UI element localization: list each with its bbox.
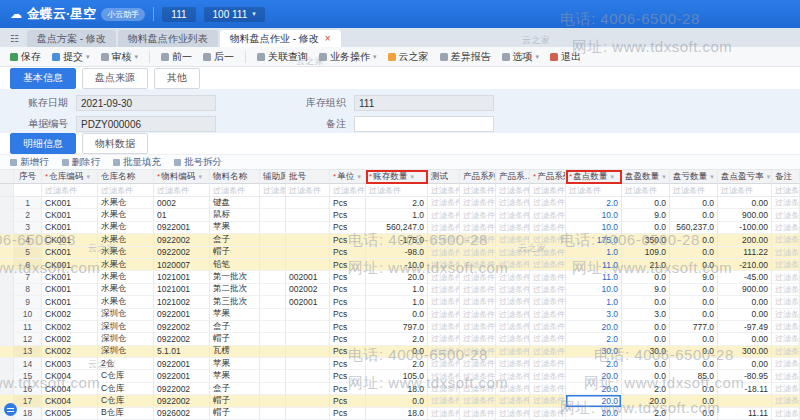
- cell-series1[interactable]: 过滤条件: [460, 284, 496, 296]
- cell-note[interactable]: 过滤条件: [772, 234, 800, 246]
- cell-wh_name[interactable]: 深圳仓: [98, 333, 154, 345]
- cell-loss_qty[interactable]: 0.0: [670, 296, 718, 308]
- select-all-cell[interactable]: [0, 170, 14, 184]
- cell-rate[interactable]: -18.11: [718, 383, 772, 395]
- cell-loss_qty[interactable]: 9.0: [670, 271, 718, 283]
- cell-rate[interactable]: 0.00: [718, 333, 772, 345]
- cell-gain_qty[interactable]: 3.0: [622, 309, 670, 321]
- cell-test[interactable]: 过滤条件: [428, 271, 460, 283]
- table-row[interactable]: 6CK001水果仓1020007铅笔Pcs-10.0过滤条件过滤条件过滤条件过滤…: [0, 259, 800, 271]
- cell-wh_code[interactable]: CK001: [42, 234, 98, 246]
- cell-mat_code[interactable]: 1020007: [154, 259, 210, 271]
- cell-wh_name[interactable]: 水果仓: [98, 209, 154, 221]
- filter-gain_qty[interactable]: 过滤条件: [622, 184, 670, 197]
- cell-aux[interactable]: [260, 333, 286, 345]
- filter-loss_qty[interactable]: 过滤条件: [670, 184, 718, 197]
- cell-series2[interactable]: 过滤条件: [496, 259, 530, 271]
- cell-note[interactable]: 过滤条件: [772, 247, 800, 259]
- cell-series1[interactable]: 过滤条件: [460, 271, 496, 283]
- cell-gain_qty[interactable]: 2.0: [622, 383, 670, 395]
- cell-batch[interactable]: [286, 408, 330, 420]
- cell-loss_qty[interactable]: 0.0: [670, 259, 718, 271]
- cell-unit[interactable]: Pcs: [330, 333, 366, 345]
- cell-test[interactable]: 过滤条件: [428, 197, 460, 209]
- cell-unit[interactable]: Pcs: [330, 383, 366, 395]
- row-selector[interactable]: [0, 234, 14, 246]
- audit-button[interactable]: 审核▾: [101, 50, 139, 64]
- cell-count_qty[interactable]: 10.0: [566, 209, 622, 221]
- cell-test[interactable]: 过滤条件: [428, 333, 460, 345]
- cell-wh_code[interactable]: CK002: [42, 333, 98, 345]
- cell-unit[interactable]: Pcs: [330, 309, 366, 321]
- cell-mat_code[interactable]: 0002: [154, 197, 210, 209]
- cell-mat_code[interactable]: 0922001: [154, 370, 210, 382]
- cell-wh_name[interactable]: 水果仓: [98, 296, 154, 308]
- cell-rate[interactable]: 0.00: [718, 296, 772, 308]
- cell-rate[interactable]: -45.00: [718, 271, 772, 283]
- cell-count_qty[interactable]: 2.0: [566, 197, 622, 209]
- cell-aux[interactable]: [260, 296, 286, 308]
- cell-series1[interactable]: 过滤条件: [460, 309, 496, 321]
- cell-batch[interactable]: [286, 309, 330, 321]
- col-header-loss_qty[interactable]: 盘亏数量▼: [670, 170, 718, 184]
- cell-count_qty[interactable]: 2.0: [566, 358, 622, 370]
- cell-note[interactable]: 过滤条件: [772, 358, 800, 370]
- cell-rate[interactable]: 11.11: [718, 408, 772, 420]
- tab-counting-job-edit[interactable]: 物料盘点作业 - 修改×: [220, 30, 341, 47]
- home-icon[interactable]: ☷: [4, 33, 25, 47]
- cell-series2[interactable]: 过滤条件: [496, 197, 530, 209]
- row-selector[interactable]: [0, 296, 14, 308]
- cell-gain_qty[interactable]: 9.0: [622, 209, 670, 221]
- delete-row-button[interactable]: 删除行: [62, 156, 101, 169]
- close-icon[interactable]: ×: [325, 34, 331, 44]
- cell-batch[interactable]: [286, 222, 330, 234]
- cell-rate[interactable]: 0.00: [718, 358, 772, 370]
- section-tab-count-source[interactable]: 盘点来源: [82, 68, 148, 89]
- stock-org-input[interactable]: 111: [354, 95, 494, 111]
- cell-note[interactable]: 过滤条件: [772, 197, 800, 209]
- col-header-wh_code[interactable]: *仓库编码▼: [42, 170, 98, 184]
- cell-series1[interactable]: 过滤条件: [460, 296, 496, 308]
- cell-test[interactable]: 过滤条件: [428, 408, 460, 420]
- cell-note[interactable]: 过滤条件: [772, 370, 800, 382]
- cell-note[interactable]: 过滤条件: [772, 395, 800, 407]
- batch-fill-button[interactable]: 批量填充: [113, 156, 161, 169]
- cell-note[interactable]: 过滤条件: [772, 309, 800, 321]
- cloud-assistant-badge[interactable]: 小云助手: [101, 8, 145, 21]
- cell-series1[interactable]: 过滤条件: [460, 358, 496, 370]
- account-pill[interactable]: 100 111▾: [204, 7, 265, 22]
- cell-series3[interactable]: 过滤条件: [530, 370, 566, 382]
- filter-series3[interactable]: 过滤条件: [530, 184, 566, 197]
- cell-wh_name[interactable]: C仓库: [98, 383, 154, 395]
- cell-count_qty[interactable]: 3.0: [566, 309, 622, 321]
- cell-batch[interactable]: [286, 321, 330, 333]
- cell-mat_name[interactable]: 铅笔: [210, 259, 260, 271]
- cell-aux[interactable]: [260, 346, 286, 358]
- cell-gain_qty[interactable]: 0.0: [622, 370, 670, 382]
- cell-gain_qty[interactable]: 0.0: [622, 197, 670, 209]
- cell-series3[interactable]: 过滤条件: [530, 358, 566, 370]
- cell-wh_name[interactable]: 水果仓: [98, 234, 154, 246]
- cell-book_qty[interactable]: 797.0: [366, 321, 428, 333]
- batch-split-button[interactable]: 批号拆分: [174, 156, 222, 169]
- cell-unit[interactable]: Pcs: [330, 209, 366, 221]
- cell-batch[interactable]: [286, 395, 330, 407]
- cell-test[interactable]: 过滤条件: [428, 209, 460, 221]
- cell-book_qty[interactable]: 105.0: [366, 370, 428, 382]
- cell-batch[interactable]: [286, 346, 330, 358]
- cell-note[interactable]: 过滤条件: [772, 346, 800, 358]
- cell-loss_qty[interactable]: 0.0: [670, 284, 718, 296]
- cell-mat_code[interactable]: 0922001: [154, 358, 210, 370]
- row-selector[interactable]: [0, 358, 14, 370]
- cell-book_qty[interactable]: 2.0: [366, 358, 428, 370]
- filter-series1[interactable]: 过滤条件: [460, 184, 496, 197]
- table-row[interactable]: 14CK0032仓0922001苹果Pcs2.0过滤条件过滤条件过滤条件过滤条件…: [0, 358, 800, 370]
- cell-rate[interactable]: 900.00: [718, 284, 772, 296]
- cell-wh_code[interactable]: CK001: [42, 197, 98, 209]
- cell-unit[interactable]: Pcs: [330, 346, 366, 358]
- cell-rate[interactable]: -210.00: [718, 259, 772, 271]
- cell-series3[interactable]: 过滤条件: [530, 346, 566, 358]
- save-button[interactable]: 保存: [10, 50, 41, 64]
- org-pill[interactable]: 111: [162, 7, 195, 22]
- cell-series2[interactable]: 过滤条件: [496, 321, 530, 333]
